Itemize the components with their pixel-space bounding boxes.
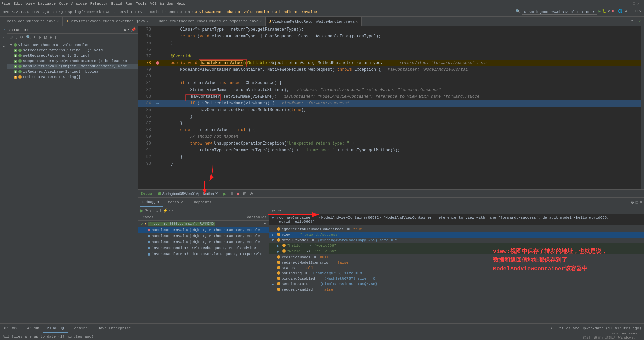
tree-item-handlereturn[interactable]: m handleReturnValue(Object, MethodParame… xyxy=(7,64,138,69)
menu-refactor[interactable]: Refactor xyxy=(90,2,108,6)
var-btn-2[interactable]: ↪ xyxy=(278,208,281,213)
breadcrumb-springframework[interactable]: springframework xyxy=(68,10,101,14)
debug-stop[interactable]: ■ xyxy=(236,191,240,196)
breadcrumb-mvc[interactable]: mvc xyxy=(138,10,145,14)
debug-pause[interactable]: ⏸ xyxy=(229,191,235,196)
var-status[interactable]: status = null xyxy=(269,265,644,271)
thread-eval[interactable]: ⚡ xyxy=(163,208,168,213)
tree-item-redirectpatterns[interactable]: f redirectPatterns: String[] xyxy=(7,74,138,80)
var-btn-1[interactable]: ↩ xyxy=(272,208,275,213)
thread-step-out[interactable]: ↑ xyxy=(153,208,155,213)
frame-item-2[interactable]: handleReturnValue(Object, MethodParamete… xyxy=(138,239,269,245)
sidebar-icon-favorites[interactable]: ★ xyxy=(2,43,5,49)
thread-resume[interactable]: ▶ xyxy=(140,208,143,213)
frame-item-0[interactable]: handleReturnValue(Object, MethodParamete… xyxy=(138,227,269,233)
menu-analyze[interactable]: Analyze xyxy=(71,2,87,6)
watch-item-mavcontainer[interactable]: ▼ ⊙ oo mavContainer = {ModelAndViewConta… xyxy=(269,214,644,225)
breadcrumb-servlet[interactable]: servlet xyxy=(117,10,133,14)
thread-dropdown[interactable]: ▼ xyxy=(145,222,147,226)
breadcrumb-annotation[interactable]: annotation xyxy=(168,10,190,14)
breadcrumb-class[interactable]: ⊙ ViewNameMethodReturnValueHandler xyxy=(195,10,270,14)
tree-item-setredirect[interactable]: m setRedirectPatterns(String...): void xyxy=(7,48,138,53)
var-request-handled[interactable]: requestHandled = false xyxy=(269,287,644,292)
debug-mute-breakpoints[interactable]: ⊗ xyxy=(249,191,254,196)
breadcrumb-org[interactable]: org xyxy=(56,10,63,14)
debug-resume[interactable]: ▶ xyxy=(222,191,227,197)
var-world[interactable]: ▶ "world" -> "hello666" xyxy=(269,249,644,254)
tree-item-getredirect[interactable]: m getRedirectPatterns(): String[] xyxy=(7,53,138,58)
debug-restore-btn[interactable]: □ xyxy=(636,200,638,205)
menu-vcs[interactable]: VCS xyxy=(150,2,157,6)
var-binding-disabled[interactable]: bindingDisabled = {HashSet@6757} size = … xyxy=(269,276,644,281)
code-content[interactable]: 73 Class<?> paramType = returnType.getPa… xyxy=(138,26,641,189)
debug-settings-btn[interactable]: ⚙ xyxy=(631,200,634,205)
thread-force-step[interactable]: ⤵ xyxy=(156,208,158,213)
tab-view-name-handler[interactable]: J ViewNameMethodReturnValueHandler.java … xyxy=(266,17,362,26)
breadcrumb-web[interactable]: web xyxy=(106,10,113,14)
thread-step-over[interactable]: ↷ xyxy=(145,208,148,213)
structure-pin[interactable]: 📌 xyxy=(131,27,136,32)
tree-item-viewname[interactable]: ▼ ViewNameMethodReturnValueHandler xyxy=(7,42,138,48)
struct-btn-2[interactable]: ↕ xyxy=(14,35,18,40)
search-icon[interactable]: 🔍 xyxy=(516,9,520,15)
debug-tab-endpoints[interactable]: Endpoints xyxy=(189,197,214,207)
structure-hide[interactable]: × xyxy=(127,27,130,32)
window-actions[interactable]: — □ xyxy=(631,9,638,15)
breadcrumb-method[interactable]: method xyxy=(150,10,163,14)
tab-resolver-composite[interactable]: J ResolverComposite.java ✕ xyxy=(0,17,63,26)
run-button[interactable]: ▶ xyxy=(599,9,601,15)
struct-btn-3[interactable]: ⚙ xyxy=(19,34,24,40)
debug-button[interactable]: 🐛 xyxy=(602,9,607,15)
var-no-binding[interactable]: noBinding = {HashSet@6756} size = 0 xyxy=(269,271,644,276)
thread-more[interactable]: ⋯ xyxy=(169,208,173,213)
frame-item-3[interactable]: invokeAndHandle(ServletWebRequest, Model… xyxy=(138,245,269,251)
bottom-tab-java-enterprise[interactable]: Java Enterprise xyxy=(94,324,135,333)
tree-item-supports[interactable]: m supportsReturnType(MethodParameter): b… xyxy=(7,58,138,64)
sidebar-icon-2[interactable]: 2 xyxy=(2,35,5,40)
struct-btn-4[interactable]: 🔍 xyxy=(25,34,32,40)
menu-view[interactable]: View xyxy=(26,2,35,6)
menu-code[interactable]: Code xyxy=(59,2,68,6)
thread-run-to-cursor[interactable]: ⤴ xyxy=(159,208,161,213)
breakpoint-78[interactable] xyxy=(156,61,159,65)
menu-help[interactable]: Help xyxy=(177,2,185,6)
tree-item-isredirect[interactable]: m isRedirectViewName(String): boolean xyxy=(7,69,138,74)
struct-btn-8[interactable]: P xyxy=(49,35,53,40)
var-redirect-model-scenario[interactable]: redirectModelScenario = false xyxy=(269,260,644,265)
bottom-tab-todo[interactable]: 6: TODO xyxy=(0,324,23,333)
tab-close-servlet[interactable]: ✕ xyxy=(146,19,148,23)
menu-run[interactable]: Run xyxy=(125,2,132,6)
menu-file[interactable]: File xyxy=(1,2,10,6)
structure-settings[interactable]: ⚙ xyxy=(124,27,126,32)
thread-item[interactable]: ✓ ▼ "http-nio-8080..."main": RUNNING ▼ xyxy=(138,221,269,227)
tab-close-resolver[interactable]: ✕ xyxy=(57,19,59,23)
tab-close-view[interactable]: ✕ xyxy=(356,20,358,24)
var-ignore-default[interactable]: ignoreDefaultModelOnRedirect = true xyxy=(269,227,644,232)
run-config-selector[interactable]: ⊙ Springboot05Web01Application ▾ xyxy=(522,9,597,15)
menu-build[interactable]: Build xyxy=(111,2,122,6)
bottom-tab-terminal[interactable]: Terminal xyxy=(68,324,94,333)
tab-servlet-invocable[interactable]: J ServletInvocableHandlerMethod.java ✕ xyxy=(63,17,152,26)
debug-config-btn[interactable]: Springboot05Web01Application ✕ xyxy=(156,191,220,196)
thread-filter[interactable]: ▼ xyxy=(264,222,266,226)
editor-options[interactable]: ≡ xyxy=(629,18,636,25)
var-default-model[interactable]: ▼ defaultModel = {BindingAwareModelMap@6… xyxy=(269,238,644,243)
var-view[interactable]: ▶ view = "forward:/success" xyxy=(269,232,644,238)
tab-close-handler[interactable]: ✕ xyxy=(260,19,262,23)
thread-step-into[interactable]: ↓ xyxy=(149,208,151,213)
struct-btn-7[interactable]: M xyxy=(43,35,48,40)
frame-item-4[interactable]: invokeHandlerMethod(HttpServletRequest, … xyxy=(138,251,269,257)
frame-item-1[interactable]: handleReturnValue(Object, MethodParamete… xyxy=(138,233,269,239)
sidebar-icon-structure[interactable]: 1 xyxy=(2,27,5,32)
menu-navigate[interactable]: Navigate xyxy=(38,2,56,6)
editor-vscroll[interactable] xyxy=(641,26,644,189)
var-session-status[interactable]: ▶ sessionStatus = {SimpleSessionStatus@6… xyxy=(269,281,644,287)
struct-btn-5[interactable]: ↻ xyxy=(33,34,38,40)
close-window[interactable]: ✕ xyxy=(639,9,641,15)
debug-tab-debugger[interactable]: Debugger xyxy=(140,197,163,207)
menu-window[interactable]: Window xyxy=(160,2,173,6)
bottom-tab-run[interactable]: 4: Run xyxy=(23,324,43,333)
debug-close-panel[interactable]: ✕ xyxy=(639,200,643,205)
struct-btn-9[interactable]: I xyxy=(54,35,57,40)
bottom-tab-debug[interactable]: 5: Debug xyxy=(43,324,68,333)
